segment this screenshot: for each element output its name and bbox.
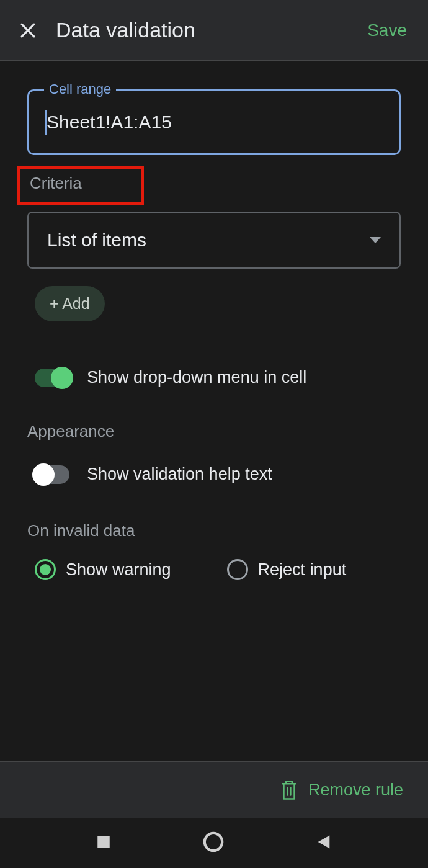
text-cursor [45, 110, 47, 135]
show-warning-radio[interactable]: Show warning [35, 559, 171, 580]
triangle-back-icon [315, 833, 332, 851]
nav-recent-button[interactable] [96, 834, 112, 852]
circle-icon [203, 831, 224, 852]
chevron-down-icon [370, 237, 381, 243]
content-area: Cell range Criteria List of items + Add … [0, 61, 428, 761]
show-warning-label: Show warning [66, 560, 171, 579]
svg-rect-0 [97, 836, 110, 848]
help-text-label: Show validation help text [87, 465, 272, 484]
show-dropdown-toggle[interactable] [35, 369, 69, 387]
header-bar: Data validation Save [0, 0, 428, 61]
close-button[interactable] [12, 15, 43, 46]
criteria-label: Criteria [27, 174, 401, 193]
criteria-dropdown[interactable]: List of items [27, 212, 401, 269]
nav-home-button[interactable] [203, 831, 224, 855]
reject-input-radio[interactable]: Reject input [227, 559, 347, 580]
criteria-section: Criteria [27, 169, 401, 198]
save-button[interactable]: Save [359, 16, 416, 45]
help-text-toggle[interactable] [35, 465, 69, 484]
show-dropdown-label: Show drop-down menu in cell [87, 368, 306, 387]
square-icon [96, 834, 112, 850]
system-nav-bar [0, 818, 428, 868]
appearance-label: Appearance [27, 422, 401, 441]
svg-point-1 [205, 833, 222, 851]
close-icon [17, 20, 38, 41]
cell-range-input[interactable] [29, 91, 399, 153]
radio-selected-icon [35, 559, 56, 580]
reject-input-label: Reject input [258, 560, 347, 579]
radio-unselected-icon [227, 559, 248, 580]
cell-range-field[interactable]: Cell range [27, 89, 401, 155]
remove-rule-button[interactable]: Remove rule [280, 779, 403, 800]
cell-range-label: Cell range [44, 81, 116, 97]
divider [35, 338, 401, 338]
nav-back-button[interactable] [315, 833, 332, 853]
trash-icon [280, 779, 298, 800]
footer-bar: Remove rule [0, 761, 428, 818]
page-title: Data validation [56, 18, 359, 42]
on-invalid-label: On invalid data [27, 521, 401, 540]
remove-rule-label: Remove rule [308, 781, 403, 800]
criteria-selected: List of items [47, 230, 370, 251]
add-item-button[interactable]: + Add [35, 286, 105, 321]
